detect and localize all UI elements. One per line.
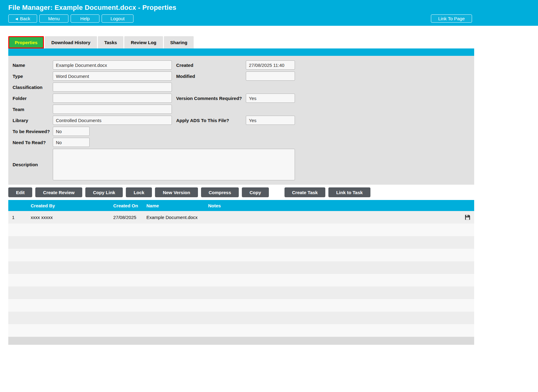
page-title: File Manager: Example Document.docx - Pr… — [8, 4, 530, 12]
type-label: Type — [13, 74, 53, 79]
apply-ads-label: Apply ADS To This File? — [176, 118, 246, 123]
folder-label: Folder — [13, 96, 53, 101]
spacer — [246, 131, 295, 132]
name-label: Name — [13, 63, 53, 68]
menu-button[interactable]: Menu — [39, 14, 68, 23]
link-to-task-button[interactable]: Link to Task — [328, 187, 370, 197]
column-header-created-by: Created By — [31, 203, 113, 208]
version-number: 1 — [8, 215, 31, 220]
description-label: Description — [13, 162, 53, 167]
modified-label: Modified — [176, 74, 246, 79]
table-row-empty — [8, 299, 474, 312]
spacer — [176, 109, 246, 110]
column-header-created-on: Created On — [113, 203, 146, 208]
folder-field[interactable] — [53, 94, 172, 103]
created-label: Created — [176, 63, 246, 68]
create-review-button[interactable]: Create Review — [35, 187, 82, 197]
lock-button[interactable]: Lock — [126, 187, 152, 197]
table-row-empty — [8, 286, 474, 299]
version-created-on: 27/08/2025 — [113, 215, 146, 220]
new-version-button[interactable]: New Version — [155, 187, 198, 197]
app-header: File Manager: Example Document.docx - Pr… — [0, 0, 538, 26]
edit-button[interactable]: Edit — [8, 187, 32, 197]
back-button[interactable]: ◀ Back — [8, 14, 37, 23]
tab-properties[interactable]: Properties — [8, 36, 44, 48]
save-icon[interactable] — [465, 214, 474, 220]
back-arrow-icon: ◀ — [15, 15, 18, 22]
spacer — [176, 142, 246, 143]
table-row-empty — [8, 224, 474, 236]
to-be-reviewed-field[interactable] — [53, 127, 90, 136]
team-label: Team — [13, 107, 53, 112]
tab-tasks[interactable]: Tasks — [98, 36, 123, 48]
created-field[interactable] — [246, 60, 295, 70]
version-name: Example Document.docx — [146, 215, 208, 220]
library-label: Library — [13, 118, 53, 123]
help-button[interactable]: Help — [71, 14, 99, 23]
version-created-by: xxxx xxxxx — [31, 215, 113, 220]
table-row-empty — [8, 312, 474, 324]
apply-ads-field[interactable] — [246, 116, 295, 125]
copy-button[interactable]: Copy — [242, 187, 269, 197]
versions-table-header: Created By Created On Name Notes — [8, 200, 474, 211]
team-field[interactable] — [53, 105, 172, 114]
to-be-reviewed-label: To be Reviewed? — [13, 129, 53, 134]
table-row-empty — [8, 324, 474, 337]
column-header-notes: Notes — [208, 203, 460, 208]
properties-form: Name Created Type Modified Classificatio… — [13, 60, 474, 180]
classification-label: Classification — [13, 85, 53, 90]
table-row-empty — [8, 249, 474, 261]
tab-sharing[interactable]: Sharing — [164, 36, 194, 48]
create-task-button[interactable]: Create Task — [284, 187, 326, 197]
spacer — [246, 109, 295, 110]
tab-download-history[interactable]: Download History — [45, 36, 97, 48]
version-comments-label: Version Comments Required? — [176, 96, 246, 101]
tab-review-log[interactable]: Review Log — [124, 36, 163, 48]
need-to-read-label: Need To Read? — [13, 140, 53, 145]
spacer — [176, 87, 246, 87]
panel-top-strip — [8, 48, 474, 56]
logout-button[interactable]: Logout — [102, 14, 134, 23]
copy-link-button[interactable]: Copy Link — [85, 187, 123, 197]
back-button-label: Back — [20, 15, 30, 22]
tab-bar: Properties Download History Tasks Review… — [8, 36, 474, 48]
table-row-empty — [8, 274, 474, 286]
spacer — [176, 131, 246, 132]
link-to-page-button[interactable]: Link To Page — [431, 14, 472, 23]
type-field[interactable] — [53, 71, 172, 81]
table-row[interactable]: 1 xxxx xxxxx 27/08/2025 Example Document… — [8, 211, 474, 224]
modified-field[interactable] — [246, 71, 295, 81]
action-toolbar: Edit Create Review Copy Link Lock New Ve… — [8, 187, 474, 197]
column-header-name: Name — [146, 203, 208, 208]
need-to-read-field[interactable] — [53, 138, 90, 147]
library-field[interactable] — [53, 116, 172, 125]
compress-button[interactable]: Compress — [201, 187, 239, 197]
content-area: Properties Download History Tasks Review… — [8, 36, 474, 345]
classification-field[interactable] — [53, 83, 172, 92]
table-row-empty — [8, 261, 474, 274]
spacer — [246, 142, 295, 143]
description-textarea[interactable] — [53, 149, 295, 180]
name-field[interactable] — [53, 60, 172, 70]
table-row-empty — [8, 236, 474, 249]
table-footer-bar — [8, 337, 474, 345]
header-toolbar: ◀ Back Menu Help Logout Link To Page — [8, 14, 472, 23]
properties-panel: Name Created Type Modified Classificatio… — [8, 56, 474, 185]
spacer — [246, 87, 295, 87]
version-comments-field[interactable] — [246, 94, 295, 103]
